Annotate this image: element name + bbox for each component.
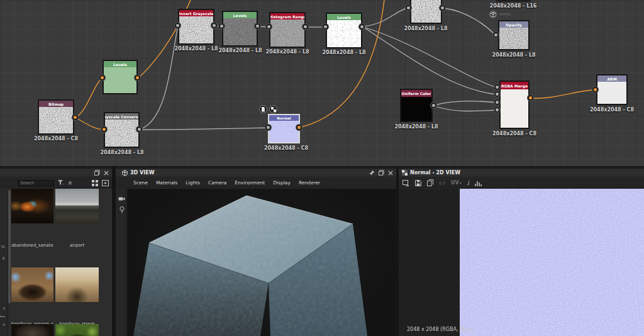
menu-lights[interactable]: Lights bbox=[186, 180, 200, 186]
node-rgba-merge[interactable]: RGBA Merge bbox=[499, 81, 530, 129]
tree-item[interactable]: ts bbox=[1, 244, 5, 249]
panel-title: Normal - 2D VIEW bbox=[410, 170, 460, 176]
menu-camera[interactable]: Camera bbox=[208, 180, 226, 186]
document-icon bbox=[261, 107, 265, 112]
tree-scrollbar[interactable] bbox=[8, 190, 11, 303]
port-output[interactable] bbox=[211, 23, 217, 28]
tree-item[interactable]: p bbox=[3, 255, 5, 260]
node-opacity[interactable]: Opacity bbox=[498, 20, 530, 50]
menu-renderer[interactable]: Renderer bbox=[299, 180, 320, 186]
port-output[interactable] bbox=[135, 75, 140, 81]
checker-icon bbox=[402, 170, 408, 176]
node-size-label: 2048x2048 - C8 bbox=[580, 107, 644, 113]
light-bulb-icon[interactable] bbox=[118, 206, 126, 213]
menu-scene[interactable]: Scene bbox=[133, 180, 148, 186]
view-in-2d-badge[interactable] bbox=[259, 105, 267, 113]
histogram-icon[interactable] bbox=[475, 180, 482, 186]
node-grayscale-conversion[interactable]: Grayscale Conversion bbox=[104, 112, 140, 148]
node-title: Invert Grayscale bbox=[179, 11, 213, 16]
chevron-down-icon: ▾ bbox=[460, 181, 462, 185]
port-input[interactable] bbox=[406, 5, 411, 11]
port-input[interactable] bbox=[219, 23, 225, 29]
search-input[interactable] bbox=[18, 180, 54, 186]
camera-icon[interactable] bbox=[118, 196, 126, 201]
substance-designer-window: Bitmap 2048x2048 - C8 Levels Grayscale C… bbox=[0, 0, 644, 336]
env-thumbnail-garage[interactable] bbox=[11, 324, 53, 336]
normal-map-texture bbox=[460, 189, 644, 336]
node-arm[interactable]: ARM bbox=[596, 74, 628, 105]
port-input[interactable] bbox=[592, 87, 598, 92]
port-input[interactable] bbox=[101, 126, 107, 132]
port-input[interactable] bbox=[99, 75, 105, 81]
grid-view-icon[interactable] bbox=[92, 180, 98, 186]
menu-environment[interactable]: Environment bbox=[235, 180, 265, 186]
view2d-titlebar: Normal - 2D VIEW bbox=[399, 169, 644, 177]
view-channels-badge[interactable] bbox=[269, 105, 277, 113]
copy-icon[interactable] bbox=[427, 179, 433, 186]
close-icon[interactable] bbox=[104, 171, 109, 176]
float-panel-icon[interactable] bbox=[379, 170, 384, 176]
node-graph-canvas[interactable]: Bitmap 2048x2048 - C8 Levels Grayscale C… bbox=[0, 0, 644, 166]
port-input[interactable] bbox=[493, 32, 499, 38]
info-icon[interactable]: i bbox=[467, 179, 469, 186]
node-size-label: 2048x2048 - L8 bbox=[394, 26, 458, 31]
tree-item[interactable]: e bbox=[3, 322, 5, 327]
port-output[interactable] bbox=[255, 23, 260, 29]
env-thumbnail-forest[interactable] bbox=[55, 324, 99, 336]
pin-icon[interactable] bbox=[369, 170, 375, 176]
detail-view-icon[interactable] bbox=[102, 180, 109, 186]
node-title: Histogram Range bbox=[270, 14, 304, 19]
node-levels-1[interactable]: Levels bbox=[103, 60, 138, 94]
node-levels-3[interactable]: Levels bbox=[326, 13, 362, 48]
node-title: Bitmap bbox=[48, 102, 64, 106]
port-output[interactable] bbox=[359, 24, 365, 30]
env-thumbnail-abandoned-sanatorium[interactable] bbox=[11, 189, 53, 223]
node-normal[interactable]: Normal bbox=[268, 114, 300, 143]
tree-item[interactable]: s... bbox=[0, 313, 5, 318]
port-input[interactable] bbox=[494, 84, 500, 90]
node-title: Levels bbox=[233, 13, 247, 18]
view3d-viewport[interactable] bbox=[127, 189, 396, 336]
export-image-icon[interactable] bbox=[402, 180, 409, 186]
node-uniform-color[interactable]: Uniform Color bbox=[400, 89, 433, 122]
port-output[interactable] bbox=[528, 95, 533, 101]
node-title: Opacity bbox=[506, 23, 522, 27]
port-input[interactable] bbox=[266, 24, 272, 30]
node-levels-2[interactable]: Levels bbox=[222, 11, 258, 47]
tree-item[interactable]: s bbox=[3, 306, 5, 311]
port-input[interactable] bbox=[265, 125, 271, 130]
link-icon[interactable] bbox=[439, 181, 445, 186]
float-panel-icon[interactable] bbox=[94, 170, 100, 176]
library-tree[interactable]: ts p s s... e o... bbox=[0, 189, 8, 336]
port-input[interactable] bbox=[494, 107, 500, 113]
menu-materials[interactable]: Materials bbox=[156, 180, 177, 186]
cube-icon bbox=[491, 12, 496, 17]
env-thumbnail-bonifacio-street[interactable] bbox=[55, 267, 99, 302]
port-input[interactable] bbox=[494, 91, 500, 97]
save-icon[interactable] bbox=[415, 180, 421, 186]
close-icon[interactable] bbox=[388, 171, 393, 176]
filter-funnel-icon[interactable] bbox=[58, 180, 64, 186]
port-output[interactable] bbox=[72, 115, 78, 120]
port-output[interactable] bbox=[303, 24, 308, 30]
uv-dropdown[interactable]: UV ▾ bbox=[451, 180, 462, 186]
output-usage-badge[interactable] bbox=[489, 11, 497, 18]
node-size-label: 2048x2048 - L8 bbox=[255, 49, 319, 55]
env-thumbnail-airport[interactable] bbox=[55, 189, 99, 223]
node-invert-grayscale[interactable]: Invert Grayscale bbox=[178, 9, 214, 45]
port-input[interactable] bbox=[323, 24, 328, 30]
node-histogram-range[interactable]: Histogram Range bbox=[269, 12, 306, 48]
port-output[interactable] bbox=[440, 5, 445, 11]
env-thumbnail-bonifacio-aragon[interactable] bbox=[11, 267, 53, 302]
port-output[interactable] bbox=[431, 103, 436, 108]
bottom-dock: ts p s s... e o... abandoned_sanatori...… bbox=[0, 166, 644, 336]
favorites-star-icon[interactable] bbox=[67, 180, 73, 186]
view2d-canvas[interactable]: 2048 x 2048 (RGBA, 8bpc) bbox=[399, 189, 644, 336]
port-output[interactable] bbox=[296, 125, 302, 130]
port-input[interactable] bbox=[494, 99, 500, 105]
node-top-noise[interactable] bbox=[410, 0, 442, 24]
port-input[interactable] bbox=[175, 23, 180, 28]
menu-display[interactable]: Display bbox=[273, 180, 291, 186]
node-bitmap[interactable]: Bitmap bbox=[38, 99, 74, 135]
port-output[interactable] bbox=[136, 126, 142, 132]
